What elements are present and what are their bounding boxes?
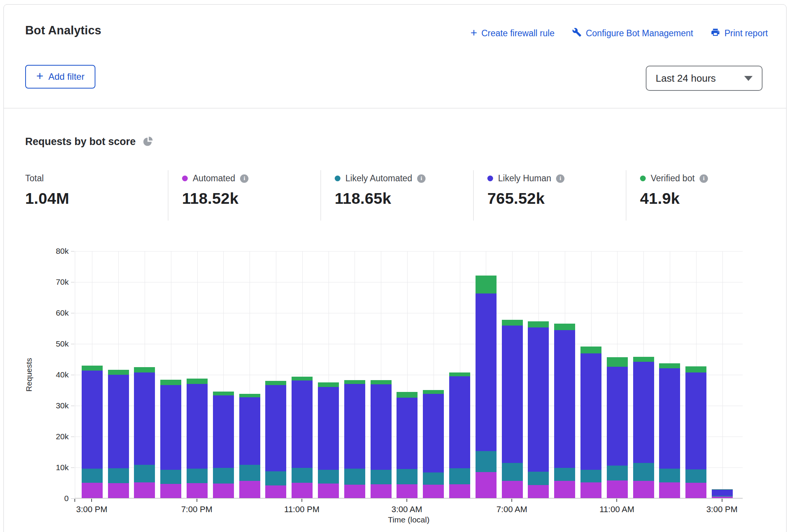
print-report-link[interactable]: Print report	[711, 27, 768, 39]
info-icon[interactable]: i	[417, 174, 426, 183]
bar-segment-likely-automated	[213, 468, 234, 484]
stat-total-value: 1.04M	[25, 190, 168, 208]
bar-column[interactable]	[473, 251, 499, 498]
plus-icon: +	[36, 70, 44, 82]
bar-segment-verified-bot	[580, 347, 601, 353]
stat-likely-automated-value: 118.65k	[335, 190, 473, 208]
bar-segment-automated	[580, 482, 601, 498]
bar-segment-automated	[265, 485, 286, 498]
stat-automated-label: Automated	[193, 173, 235, 184]
stat-likely-human-label: Likely Human	[498, 173, 551, 184]
bot-analytics-page: Bot Analytics + Create firewall rule Con…	[0, 0, 790, 532]
bar-column[interactable]	[79, 251, 105, 498]
y-tick-label: 30k	[40, 401, 69, 410]
bar-column[interactable]	[683, 251, 709, 498]
bar-column[interactable]	[657, 251, 683, 498]
y-tick-label: 0	[40, 494, 69, 503]
bar-stack	[712, 489, 733, 498]
bar-segment-automated	[502, 481, 523, 498]
bar-segment-likely-human	[134, 372, 155, 464]
bar-stack	[134, 367, 155, 498]
bar-stack	[371, 380, 392, 498]
bar-segment-verified-bot	[685, 366, 706, 372]
bar-stack	[528, 321, 549, 498]
x-tick-label: 3:00 PM	[706, 505, 738, 514]
bar-segment-likely-automated	[134, 465, 155, 482]
bar-segment-likely-automated	[633, 463, 654, 481]
bar-segment-verified-bot	[502, 320, 523, 326]
bar-column[interactable]	[105, 251, 132, 498]
verified-bot-legend-dot	[640, 176, 646, 181]
bar-segment-likely-human	[397, 398, 418, 469]
bar-segment-likely-automated	[528, 472, 549, 485]
bar-column[interactable]	[499, 251, 526, 498]
bar-column[interactable]	[709, 251, 735, 498]
bar-column[interactable]	[630, 251, 657, 498]
x-axis-origin-tick	[74, 499, 75, 502]
bar-segment-likely-human	[423, 394, 444, 472]
bar-segment-automated	[423, 485, 444, 498]
bar-segment-automated	[134, 482, 155, 498]
bar-column[interactable]	[578, 251, 604, 498]
bar-segment-likely-automated	[371, 470, 392, 484]
bar-segment-verified-bot	[659, 363, 680, 368]
bar-column[interactable]	[184, 251, 210, 498]
bar-segment-likely-human	[607, 367, 628, 466]
bar-column[interactable]	[447, 251, 473, 498]
bar-column[interactable]	[158, 251, 184, 498]
bar-segment-verified-bot	[476, 276, 497, 293]
likely-human-legend-dot	[487, 176, 493, 181]
bar-column[interactable]	[237, 251, 263, 498]
x-axis-tick	[91, 499, 92, 502]
bar-stack	[607, 357, 628, 498]
bar-segment-likely-human	[344, 384, 365, 469]
configure-bot-management-link[interactable]: Configure Bot Management	[572, 27, 693, 39]
bar-column[interactable]	[132, 251, 158, 498]
stat-likely-human-value: 765.52k	[487, 190, 626, 208]
bar-segment-likely-human	[528, 327, 549, 472]
bar-segment-likely-automated	[318, 470, 339, 484]
x-axis-tick	[616, 499, 617, 502]
create-firewall-rule-link[interactable]: + Create firewall rule	[471, 28, 555, 39]
bar-segment-automated	[528, 485, 549, 498]
bar-segment-automated	[239, 481, 260, 498]
bar-segment-likely-human	[213, 395, 234, 468]
info-icon[interactable]: i	[240, 174, 248, 183]
y-tick-label: 10k	[40, 463, 69, 472]
bar-column[interactable]	[604, 251, 630, 498]
bar-column[interactable]	[368, 251, 394, 498]
bar-segment-likely-automated	[423, 472, 444, 485]
bar-segment-likely-human	[633, 362, 654, 463]
bar-column[interactable]	[289, 251, 315, 498]
x-axis-tick	[301, 499, 302, 502]
bar-column[interactable]	[551, 251, 578, 498]
wrench-icon	[572, 27, 582, 39]
bar-column[interactable]	[394, 251, 421, 498]
info-icon[interactable]: i	[700, 174, 708, 183]
bar-segment-verified-bot	[449, 372, 470, 376]
print-report-label: Print report	[724, 28, 768, 39]
bar-stack	[633, 357, 654, 498]
time-range-select[interactable]: Last 24 hours	[646, 66, 763, 91]
bar-segment-likely-human	[659, 368, 680, 469]
bar-column[interactable]	[526, 251, 552, 498]
info-icon[interactable]: i	[556, 174, 564, 183]
bar-segment-automated	[187, 483, 208, 498]
bar-segment-automated	[82, 483, 103, 498]
bar-segment-likely-human	[685, 372, 706, 469]
stats-row: Total 1.04M Automated i 118.52k Likely A…	[25, 170, 779, 221]
bar-column[interactable]	[210, 251, 237, 498]
bar-segment-likely-automated	[239, 465, 260, 481]
bar-column[interactable]	[263, 251, 289, 498]
x-axis-tick	[511, 499, 512, 502]
bar-segment-likely-automated	[685, 469, 706, 482]
bar-segment-verified-bot	[397, 392, 418, 398]
bar-segment-likely-human	[82, 371, 103, 469]
section-title: Requests by bot score	[25, 136, 136, 148]
bar-column[interactable]	[420, 251, 447, 498]
add-filter-button[interactable]: + Add filter	[25, 65, 95, 89]
bar-segment-likely-automated	[659, 469, 680, 482]
bar-column[interactable]	[315, 251, 342, 498]
y-tick-label: 60k	[40, 308, 69, 318]
bar-column[interactable]	[342, 251, 368, 498]
